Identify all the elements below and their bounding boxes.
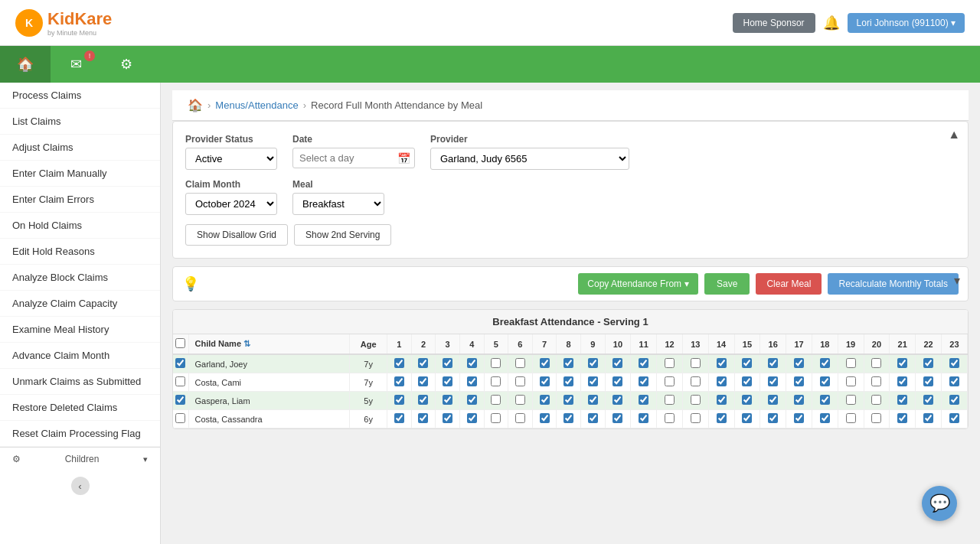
sidebar-item-unmark-claims[interactable]: Unmark Claims as Submitted — [0, 369, 160, 395]
attendance-checkbox[interactable] — [717, 395, 727, 405]
attendance-checkbox[interactable] — [820, 358, 830, 368]
sidebar-item-restore-deleted-claims[interactable]: Restore Deleted Claims — [0, 395, 160, 421]
attendance-checkbox[interactable] — [394, 395, 404, 405]
attendance-checkbox[interactable] — [588, 395, 598, 405]
attendance-checkbox[interactable] — [897, 395, 907, 405]
attendance-checkbox[interactable] — [467, 358, 477, 368]
attendance-checkbox[interactable] — [665, 358, 675, 368]
sidebar-item-reset-claim-flag[interactable]: Reset Claim Processing Flag — [0, 421, 160, 447]
attendance-checkbox[interactable] — [443, 358, 452, 368]
row-select-checkbox[interactable] — [175, 395, 185, 405]
attendance-checkbox[interactable] — [923, 395, 933, 405]
attendance-checkbox[interactable] — [871, 395, 881, 405]
attendance-checkbox[interactable] — [742, 413, 752, 423]
attendance-checkbox[interactable] — [923, 358, 933, 368]
attendance-checkbox[interactable] — [612, 395, 622, 405]
attendance-checkbox[interactable] — [768, 413, 778, 423]
show-2nd-serving-button[interactable]: Show 2nd Serving — [294, 224, 391, 246]
attendance-checkbox[interactable] — [540, 376, 550, 386]
sidebar-item-enter-claim-manually[interactable]: Enter Claim Manually — [0, 161, 160, 187]
copy-attendance-button[interactable]: Copy Attendance From ▾ — [578, 273, 698, 295]
attendance-checkbox[interactable] — [639, 358, 648, 368]
sidebar-item-adjust-claims[interactable]: Adjust Claims — [0, 135, 160, 161]
attendance-checkbox[interactable] — [923, 413, 933, 423]
attendance-checkbox[interactable] — [443, 395, 452, 405]
attendance-checkbox[interactable] — [540, 413, 550, 423]
attendance-checkbox[interactable] — [491, 376, 501, 386]
attendance-checkbox[interactable] — [588, 413, 598, 423]
attendance-checkbox[interactable] — [665, 376, 675, 386]
attendance-checkbox[interactable] — [443, 413, 452, 423]
attendance-checkbox[interactable] — [897, 413, 907, 423]
sidebar-item-analyze-block-claims[interactable]: Analyze Block Claims — [0, 265, 160, 291]
attendance-checkbox[interactable] — [394, 358, 404, 368]
attendance-checkbox[interactable] — [768, 358, 778, 368]
save-button[interactable]: Save — [704, 273, 750, 295]
attendance-checkbox[interactable] — [418, 395, 428, 405]
col-child-name[interactable]: Child Name ⇅ — [188, 334, 350, 354]
attendance-checkbox[interactable] — [564, 358, 573, 368]
sidebar-children-section[interactable]: ⚙ Children ▾ — [0, 447, 160, 471]
breadcrumb-link-menus[interactable]: Menus/Attendance — [215, 99, 298, 111]
action-panel-expand-btn[interactable]: ▾ — [954, 273, 960, 288]
attendance-checkbox[interactable] — [794, 376, 804, 386]
sidebar-item-process-claims[interactable]: Process Claims — [0, 83, 160, 109]
attendance-checkbox[interactable] — [491, 413, 501, 423]
attendance-checkbox[interactable] — [491, 395, 501, 405]
sidebar-item-edit-hold-reasons[interactable]: Edit Hold Reasons — [0, 239, 160, 265]
attendance-checkbox[interactable] — [949, 376, 959, 386]
attendance-checkbox[interactable] — [717, 376, 727, 386]
attendance-checkbox[interactable] — [491, 358, 501, 368]
sidebar-collapse-button[interactable]: ‹ — [71, 477, 90, 495]
attendance-checkbox[interactable] — [418, 376, 428, 386]
attendance-checkbox[interactable] — [515, 358, 525, 368]
attendance-checkbox[interactable] — [515, 413, 525, 423]
select-all-checkbox[interactable] — [175, 338, 185, 348]
attendance-checkbox[interactable] — [443, 376, 452, 386]
attendance-checkbox[interactable] — [691, 376, 701, 386]
filter-panel-collapse-btn[interactable]: ▲ — [948, 128, 960, 142]
sidebar-item-examine-meal-history[interactable]: Examine Meal History — [0, 317, 160, 343]
attendance-checkbox[interactable] — [612, 413, 622, 423]
attendance-checkbox[interactable] — [846, 413, 856, 423]
attendance-checkbox[interactable] — [871, 358, 881, 368]
provider-select[interactable]: Garland, Judy 6565 — [430, 148, 629, 170]
attendance-checkbox[interactable] — [540, 358, 550, 368]
attendance-checkbox[interactable] — [665, 413, 675, 423]
attendance-checkbox[interactable] — [588, 376, 598, 386]
attendance-checkbox[interactable] — [768, 395, 778, 405]
attendance-checkbox[interactable] — [467, 413, 477, 423]
attendance-checkbox[interactable] — [794, 413, 804, 423]
attendance-checkbox[interactable] — [564, 376, 573, 386]
attendance-checkbox[interactable] — [923, 376, 933, 386]
row-select-checkbox[interactable] — [175, 376, 185, 386]
attendance-checkbox[interactable] — [846, 358, 856, 368]
attendance-checkbox[interactable] — [949, 395, 959, 405]
attendance-checkbox[interactable] — [820, 395, 830, 405]
user-menu-button[interactable]: Lori Johnson (991100) ▾ — [848, 13, 965, 33]
attendance-checkbox[interactable] — [846, 376, 856, 386]
row-select-checkbox[interactable] — [175, 413, 185, 423]
attendance-checkbox[interactable] — [418, 358, 428, 368]
sort-icon[interactable]: ⇅ — [243, 339, 250, 348]
attendance-checkbox[interactable] — [639, 395, 648, 405]
attendance-checkbox[interactable] — [691, 358, 701, 368]
attendance-checkbox[interactable] — [418, 413, 428, 423]
attendance-checkbox[interactable] — [949, 413, 959, 423]
attendance-checkbox[interactable] — [742, 376, 752, 386]
attendance-checkbox[interactable] — [691, 395, 701, 405]
attendance-checkbox[interactable] — [691, 413, 701, 423]
nav-messages[interactable]: ✉ ! — [51, 46, 101, 83]
sidebar-item-on-hold-claims[interactable]: On Hold Claims — [0, 213, 160, 239]
sidebar-item-analyze-claim-capacity[interactable]: Analyze Claim Capacity — [0, 291, 160, 317]
provider-status-select[interactable]: Active Inactive All — [185, 148, 277, 170]
attendance-checkbox[interactable] — [639, 413, 648, 423]
sidebar-item-enter-claim-errors[interactable]: Enter Claim Errors — [0, 187, 160, 213]
row-select-checkbox[interactable] — [175, 358, 185, 368]
attendance-checkbox[interactable] — [871, 413, 881, 423]
attendance-checkbox[interactable] — [742, 358, 752, 368]
attendance-checkbox[interactable] — [515, 395, 525, 405]
attendance-checkbox[interactable] — [897, 358, 907, 368]
attendance-checkbox[interactable] — [515, 376, 525, 386]
attendance-checkbox[interactable] — [717, 358, 727, 368]
